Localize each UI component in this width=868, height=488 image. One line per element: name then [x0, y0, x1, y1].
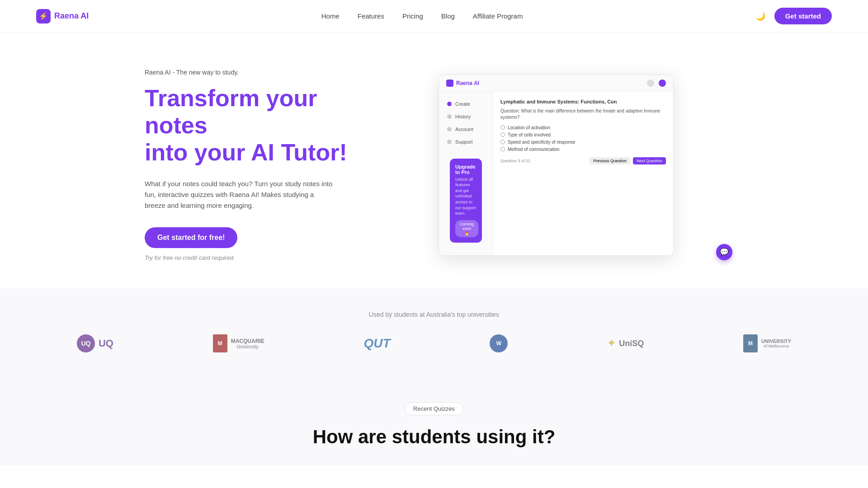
unisq-label: UniSQ: [619, 339, 644, 348]
mockup-header: Raena AI: [439, 75, 673, 92]
uni-logo-uq: UQ UQ: [77, 334, 113, 352]
app-mockup: Raena AI Create History: [439, 75, 674, 256]
account-icon: [447, 127, 452, 131]
sidebar-account[interactable]: Account: [444, 124, 487, 134]
nav-link-blog[interactable]: Blog: [441, 12, 455, 20]
sidebar-label-history: History: [455, 114, 471, 119]
navbar: ⚡ Raena AI Home Features Pricing Blog Af…: [0, 0, 868, 33]
uq-label: UQ: [99, 338, 113, 349]
mockup-logo-icon: [446, 80, 453, 87]
melbourne-icon: M: [743, 334, 758, 352]
upgrade-desc: Unlock all features and get unlimited ac…: [455, 177, 476, 216]
mockup-settings-icon: [647, 80, 654, 87]
create-icon: [447, 102, 452, 106]
upgrade-button[interactable]: Coming soon 🔥: [455, 220, 478, 237]
option-radio-3: [500, 147, 505, 151]
uq-icon: UQ: [77, 334, 95, 352]
quiz-question: Question: What is the main difference be…: [500, 108, 666, 121]
option-label-2: Speed and specificity of response: [508, 140, 576, 145]
nav-links: Home Features Pricing Blog Affiliate Pro…: [321, 12, 523, 20]
upgrade-area: Upgrade to Pro Unlock all features and g…: [444, 150, 487, 248]
headline-part2: into your: [145, 139, 251, 165]
recent-quizzes-badge: Recent Quizzes: [405, 402, 463, 415]
recent-quizzes-section: Recent Quizzes How are students using it…: [0, 375, 868, 466]
nav-link-pricing[interactable]: Pricing: [402, 12, 423, 20]
mockup-header-icons: [647, 80, 666, 87]
support-icon: [447, 140, 452, 144]
hero-description: What if your notes could teach you? Turn…: [145, 178, 335, 211]
upgrade-box: Upgrade to Pro Unlock all features and g…: [450, 159, 482, 243]
mockup-sidebar: Create History Account Support: [439, 92, 493, 255]
headline-part1: Transform your notes: [145, 85, 317, 138]
universities-label: Used by students at Australia's top univ…: [36, 311, 832, 318]
hero-illustration: Raena AI Create History: [389, 75, 723, 256]
quiz-footer: Question 3 of 22 Previous Question Next …: [500, 157, 666, 164]
headline-highlight: AI Tutor!: [251, 139, 347, 165]
mockup-body: Create History Account Support: [439, 92, 673, 255]
nav-logo[interactable]: ⚡ Raena AI: [36, 9, 89, 23]
uni-logo-uow: W: [490, 334, 508, 352]
mockup-quiz-content: Lymphatic and Immune Systems: Functions,…: [493, 92, 673, 255]
uni-logo-melbourne: M UNIVERSITY of Melbourne: [743, 334, 791, 352]
hero-section: Raena AI - The new way to study. Transfo…: [108, 33, 760, 288]
macquarie-label: MACQUARIE University: [231, 338, 264, 349]
mockup-user-icon: [659, 80, 666, 87]
option-radio-2: [500, 140, 505, 144]
quiz-option-3[interactable]: Method of communication: [500, 147, 666, 152]
quiz-option-2[interactable]: Speed and specificity of response: [500, 140, 666, 145]
option-label-0: Location of activation: [508, 125, 550, 130]
uni-logos-row: UQ UQ M MACQUARIE University QUT W ✦ Uni…: [36, 334, 832, 352]
uni-logo-macquarie: M MACQUARIE University: [213, 334, 264, 352]
universities-section: Used by students at Australia's top univ…: [0, 288, 868, 375]
nav-link-home[interactable]: Home: [321, 12, 340, 20]
sidebar-support[interactable]: Support: [444, 137, 487, 147]
uow-icon: W: [490, 334, 508, 352]
nav-link-features[interactable]: Features: [358, 12, 384, 20]
history-icon: [447, 114, 452, 119]
logo-text: Raena AI: [54, 11, 89, 21]
quiz-next-button[interactable]: Next Question: [633, 157, 666, 164]
hero-headline: Transform your notes into your AI Tutor!: [145, 85, 362, 166]
theme-toggle-button[interactable]: 🌙: [755, 11, 765, 21]
sidebar-label-create: Create: [455, 101, 470, 107]
quiz-option-0[interactable]: Location of activation: [500, 125, 666, 130]
melbourne-label: UNIVERSITY of Melbourne: [761, 338, 791, 348]
sidebar-label-support: Support: [455, 139, 473, 145]
option-radio-1: [500, 132, 505, 137]
unisq-icon: ✦: [607, 338, 615, 349]
recent-quizzes-header: Recent Quizzes How are students using it…: [36, 402, 832, 448]
recent-quizzes-heading: How are students using it?: [36, 426, 832, 448]
quiz-prev-button[interactable]: Previous Question: [590, 157, 630, 164]
nav-actions: 🌙 Get started: [755, 8, 832, 24]
nav-cta-button[interactable]: Get started: [774, 8, 832, 24]
mockup-logo-text: Raena AI: [456, 80, 479, 86]
uni-logo-unisq: ✦ UniSQ: [607, 338, 644, 349]
hero-tagline: Raena AI - The new way to study.: [145, 69, 362, 76]
upgrade-title: Upgrade to Pro: [455, 164, 476, 175]
option-radio-0: [500, 125, 505, 130]
qut-label: QUT: [363, 336, 390, 351]
logo-icon: ⚡: [36, 9, 51, 23]
option-label-3: Method of communication: [508, 147, 560, 152]
quiz-count: Question 3 of 22: [500, 159, 530, 163]
sidebar-history[interactable]: History: [444, 112, 487, 122]
quiz-options: Location of activation Type of cells inv…: [500, 125, 666, 152]
macquarie-icon: M: [213, 334, 227, 352]
quiz-option-1[interactable]: Type of cells involved: [500, 132, 666, 137]
quiz-buttons: Previous Question Next Question: [590, 157, 666, 164]
option-label-1: Type of cells involved: [508, 132, 551, 137]
hero-note: Try for free no credit card required.: [145, 254, 362, 261]
hero-content: Raena AI - The new way to study. Transfo…: [145, 69, 362, 261]
mockup-logo: Raena AI: [446, 80, 479, 87]
sidebar-label-account: Account: [455, 127, 473, 132]
uni-logo-qut: QUT: [363, 336, 390, 351]
sidebar-create[interactable]: Create: [444, 99, 487, 109]
chat-bubble-button[interactable]: 💬: [716, 244, 732, 260]
quiz-title: Lymphatic and Immune Systems: Functions,…: [500, 99, 666, 104]
nav-link-affiliate[interactable]: Affiliate Program: [473, 12, 523, 20]
hero-cta-button[interactable]: Get started for free!: [145, 227, 237, 248]
